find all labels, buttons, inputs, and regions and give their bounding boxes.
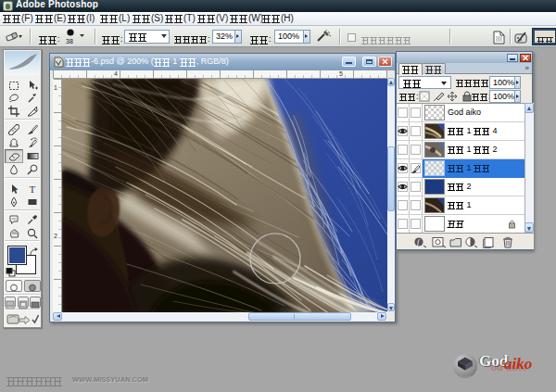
svg-text:T: T [29, 183, 35, 195]
svg-text:38: 38 [66, 38, 73, 44]
